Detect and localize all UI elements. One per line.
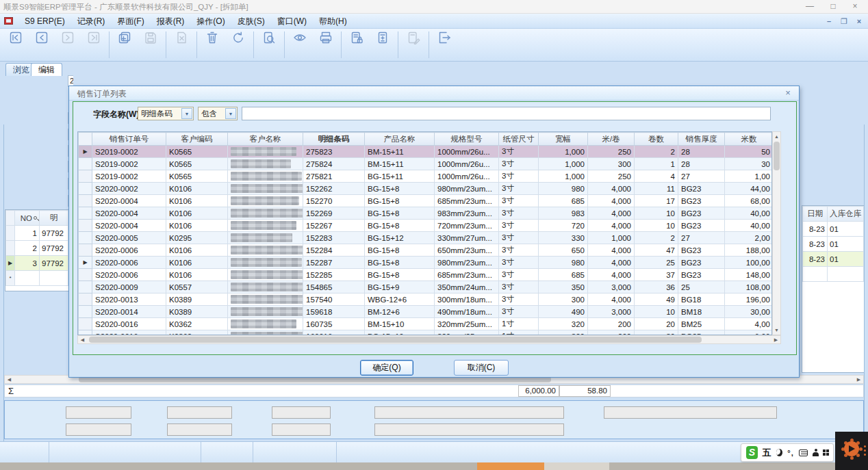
menu-item-2[interactable]: 界面(F) [111, 14, 150, 29]
punctuation-icon[interactable]: °, [787, 449, 793, 457]
table-row[interactable]: 197792 [6, 226, 68, 241]
column-header[interactable]: 销售订单号 [92, 133, 166, 146]
mdi-close-icon[interactable]: × [854, 16, 864, 26]
table-row[interactable]: S2020-0006K0106152284BG-15+8650mm/23um..… [79, 244, 773, 257]
menu-item-0[interactable]: S9 ERP(E) [18, 14, 71, 29]
filter-search-button[interactable] [256, 29, 282, 61]
dialog-hscrollbar[interactable]: ◀ ▶ [77, 335, 781, 344]
dialog-close-icon[interactable]: × [782, 88, 793, 99]
table-row[interactable]: ▶397792 [6, 256, 68, 271]
dialog-hscroll-thumb[interactable] [89, 337, 702, 343]
scroll-left-icon[interactable]: ◀ [78, 336, 87, 343]
tools-grid-icon[interactable] [823, 449, 828, 456]
table-row[interactable]: S2020-0004K0106152267BG-15+8720mm/23um..… [79, 220, 773, 232]
audit-doc-button[interactable] [344, 29, 370, 61]
table-row[interactable]: S2020-0016K0362160735BM-15+10320mm/25um.… [79, 318, 773, 330]
table-row[interactable]: S2020-0014K0389159618BM-12+6490mm/18um..… [79, 306, 773, 318]
new-doc-icon [117, 30, 132, 45]
column-header[interactable]: 米数 [725, 133, 773, 146]
trash-button[interactable] [199, 29, 225, 61]
column-header[interactable]: 入库仓库 [828, 207, 864, 222]
menu-item-4[interactable]: 操作(O) [190, 14, 231, 29]
footer-field [167, 406, 232, 419]
app-icon [4, 17, 13, 25]
close-icon[interactable]: × [845, 1, 865, 12]
cancel-button[interactable]: 取消(C) [454, 360, 509, 376]
dialog-vscroll-thumb[interactable] [774, 142, 780, 170]
table-row[interactable]: ▶S2019-0002K0565275823BM-15+111000mm/26u… [79, 146, 773, 158]
scroll-right-icon[interactable]: ▶ [771, 336, 780, 343]
scroll-up-icon[interactable]: ▲ [773, 132, 780, 141]
sogou-logo-icon[interactable]: S [746, 446, 758, 459]
refresh-button[interactable] [225, 29, 251, 61]
table-row[interactable]: S2020-0002K0106152262BG-15+8980mm/23um..… [79, 183, 773, 195]
printer-button[interactable] [313, 29, 339, 61]
mdi-restore-icon[interactable]: ❐ [839, 16, 849, 26]
exit-door-button[interactable] [431, 29, 457, 61]
preview-eye-icon [292, 30, 307, 45]
column-header[interactable]: 规格型号 [435, 133, 499, 146]
chevron-down-icon[interactable]: ▼ [181, 108, 192, 119]
minimize-icon[interactable]: — [800, 1, 820, 12]
column-header[interactable]: 销售厚度 [678, 133, 725, 146]
table-row[interactable]: S2020-0013K0389157540WBG-12+6300mm/18um.… [79, 293, 773, 306]
nav-first-button[interactable] [3, 29, 29, 61]
scroll-down-icon[interactable]: ▼ [773, 326, 780, 335]
table-row[interactable]: ▶S2020-0006K0106152287BG-15+8980mm/23um.… [79, 257, 773, 269]
preview-eye-button[interactable] [287, 29, 313, 61]
dialog-title-bar[interactable]: 销售订单列表 × [69, 86, 799, 101]
table-row[interactable]: 297792 [6, 241, 68, 256]
nav-prev-button[interactable] [29, 29, 55, 61]
table-row[interactable]: S2020-0004K0106152269BG-15+8983mm/23um..… [79, 207, 773, 220]
exit-door-icon [437, 30, 452, 45]
table-row[interactable]: 8-2301 [803, 252, 864, 267]
column-header[interactable]: 日期 [803, 207, 828, 222]
sum-cell: 6,000.00 [518, 385, 559, 397]
table-row[interactable]: S2020-0006K0106152285BG-15+8685mm/23um..… [79, 269, 773, 281]
filter-operator-combo[interactable]: 包含 ▼ [198, 107, 238, 120]
menu-item-5[interactable]: 皮肤(S) [231, 14, 271, 29]
filter-field-combo[interactable]: 明细条码 ▼ [138, 107, 194, 120]
table-row[interactable]: S2020-0009K0557154865BG-15+9350mm/24um..… [79, 281, 773, 293]
table-row[interactable]: 8-2301 [803, 237, 864, 252]
table-row[interactable] [803, 267, 864, 282]
table-row[interactable]: S2019-0002K0565275824BM-15+111000mm/26u.… [79, 158, 773, 170]
play-logo-icon[interactable] [844, 441, 859, 456]
menu-item-1[interactable]: 记录(R) [71, 14, 112, 29]
person-icon[interactable] [813, 449, 818, 456]
wubi-mode-icon[interactable]: 五 [763, 447, 771, 459]
column-header[interactable]: 客户名称 [228, 133, 303, 146]
table-row[interactable]: S2020-0005K0295152283BG-15+12330mm/27um.… [79, 232, 773, 244]
column-header[interactable]: 产品名称 [365, 133, 435, 146]
scroll-left-icon[interactable]: ◀ [5, 376, 14, 383]
table-row[interactable]: 8-2301 [803, 222, 864, 237]
menu-item-3[interactable]: 报表(R) [151, 14, 191, 29]
dialog-vscrollbar[interactable]: ▲ ▼ [772, 131, 781, 335]
keyboard-icon[interactable] [799, 449, 808, 456]
sales-order-table: 销售订单号客户编码客户名称明细条码产品名称规格型号纸管尺寸宽幅米/卷卷数销售厚度… [77, 131, 772, 335]
moon-icon[interactable] [776, 449, 783, 456]
ok-button[interactable]: 确定(Q) [360, 360, 413, 376]
table-row[interactable]: S2020-0004K0106152270BG-15+8685mm/23um..… [79, 195, 773, 207]
new-row[interactable]: * [6, 271, 68, 286]
column-header[interactable]: 纸管尺寸 [499, 133, 539, 146]
column-header[interactable]: 米/卷 [588, 133, 635, 146]
tab-edit[interactable]: 编辑 [31, 63, 62, 76]
column-header[interactable]: 卷数 [635, 133, 678, 146]
scroll-right-icon[interactable]: ▶ [854, 376, 863, 383]
chevron-down-icon[interactable]: ▼ [225, 108, 236, 119]
column-header[interactable]: NO [15, 211, 40, 226]
filter-text-input[interactable] [242, 107, 771, 120]
menu-item-7[interactable]: 帮助(H) [313, 14, 353, 29]
column-header[interactable]: 客户编码 [166, 133, 228, 146]
table-row[interactable]: S2020-0016K0362160016BG-15+10320mm/25um.… [79, 330, 773, 336]
menu-item-6[interactable]: 窗口(W) [271, 14, 313, 29]
column-header[interactable]: 明 [40, 211, 68, 226]
mdi-minimize-icon[interactable]: – [824, 16, 834, 26]
maximize-icon[interactable]: □ [823, 1, 843, 12]
new-doc-button[interactable] [112, 29, 138, 61]
table-row[interactable]: S2019-0002K0565275821BG-15+111000mm/26u.… [79, 170, 773, 183]
calculator-button[interactable] [370, 29, 396, 61]
column-header[interactable]: 宽幅 [539, 133, 588, 146]
column-header[interactable]: 明细条码 [303, 133, 365, 146]
